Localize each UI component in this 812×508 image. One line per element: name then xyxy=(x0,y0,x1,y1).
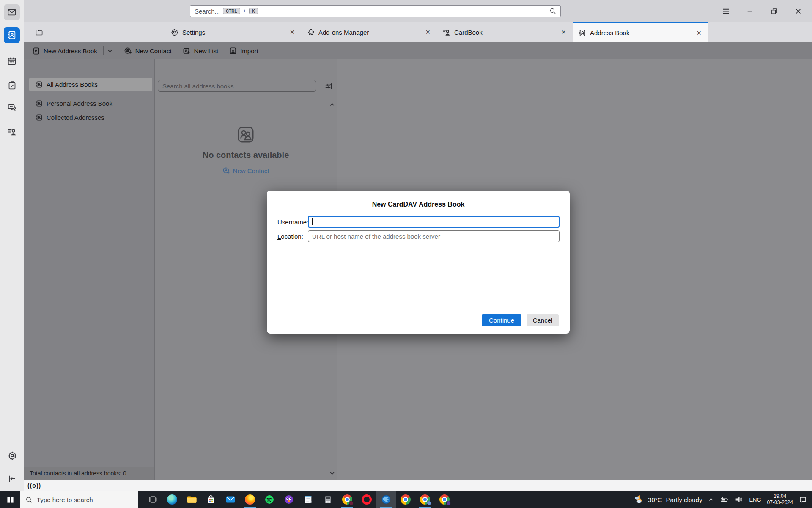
import-button[interactable]: Import xyxy=(229,47,258,55)
address-book-row-all[interactable]: All Address Books xyxy=(29,78,152,91)
tab-settings[interactable]: Settings × xyxy=(165,22,301,42)
list-add-icon xyxy=(183,47,191,55)
contacts-search-input[interactable] xyxy=(158,80,316,92)
global-search-placeholder: Search... xyxy=(195,8,220,15)
toolbar-divider xyxy=(103,46,104,55)
address-book-icon xyxy=(7,30,16,40)
thunderbird-button[interactable] xyxy=(376,491,396,508)
chrome-button[interactable] xyxy=(396,491,415,508)
edge-icon xyxy=(167,494,177,505)
minimize-button[interactable] xyxy=(743,4,756,18)
tab-address-book[interactable]: Address Book × xyxy=(573,22,708,42)
hidden-icons-chevron[interactable] xyxy=(708,497,714,503)
new-contact-button[interactable]: New Contact xyxy=(124,47,172,55)
battery-icon[interactable] xyxy=(720,495,729,504)
space-calendar-button[interactable] xyxy=(4,53,20,69)
pane-separator xyxy=(155,100,337,100)
file-explorer-button[interactable] xyxy=(182,491,201,508)
chrome-profile-1-button[interactable] xyxy=(337,491,357,508)
chrome-profile-3-button[interactable] xyxy=(435,491,454,508)
weather-desc: Partly cloudy xyxy=(666,496,702,503)
space-contacts-button[interactable] xyxy=(4,124,20,140)
tasks-icon xyxy=(8,81,16,90)
dialog-title: New CardDAV Address Book xyxy=(267,201,570,208)
space-tasks-button[interactable] xyxy=(4,77,20,93)
space-chat-button[interactable] xyxy=(4,99,20,116)
firefox-icon xyxy=(245,494,255,505)
new-address-book-icon xyxy=(32,47,40,55)
action-center-icon[interactable] xyxy=(799,496,807,504)
address-book-row-collected[interactable]: Collected Addresses xyxy=(29,111,152,124)
address-book-row-label: Collected Addresses xyxy=(47,114,104,121)
opera-button[interactable] xyxy=(357,491,376,508)
chrome-profile-2-button[interactable] xyxy=(415,491,435,508)
address-book-icon xyxy=(36,81,43,88)
space-mail-button[interactable] xyxy=(4,4,20,20)
space-address-book-button[interactable] xyxy=(4,27,20,43)
app-menu-button[interactable] xyxy=(719,4,732,18)
status-indicator-icon[interactable]: ((o)) xyxy=(27,482,41,489)
contact-list-icon xyxy=(442,28,450,36)
gear-icon xyxy=(171,28,178,36)
tab-cardbook[interactable]: CardBook × xyxy=(437,22,573,42)
empty-contacts-state: No contacts available New Contact xyxy=(155,125,337,174)
notepad-button[interactable] xyxy=(299,491,318,508)
edge-button[interactable] xyxy=(162,491,182,508)
collapse-spaces-button[interactable] xyxy=(4,471,20,487)
gear-icon xyxy=(8,451,17,460)
restore-button[interactable] xyxy=(768,4,780,18)
new-address-book-dropdown[interactable] xyxy=(107,48,113,54)
tab-label: CardBook xyxy=(454,29,556,36)
import-icon xyxy=(229,47,237,55)
new-address-book-label: New Address Book xyxy=(44,47,97,55)
mail-app-icon xyxy=(225,494,236,505)
location-input[interactable] xyxy=(308,230,560,242)
cancel-button-label: Cancel xyxy=(533,317,553,324)
continue-button[interactable]: Continue xyxy=(482,314,521,326)
new-contact-link[interactable]: New Contact xyxy=(222,167,269,174)
mail-app-button[interactable] xyxy=(221,491,240,508)
taskbar-tray: 30°C Partly cloudy ENG 19:04 07-03-2024 xyxy=(633,491,812,508)
close-window-button[interactable] xyxy=(792,4,804,18)
username-field-wrap xyxy=(308,216,560,228)
contacts-group-icon xyxy=(236,125,255,144)
scroll-up-arrow[interactable] xyxy=(329,102,335,108)
space-settings-button[interactable] xyxy=(4,447,20,464)
global-search-input[interactable]: Search... CTRL + K xyxy=(190,5,561,17)
calendar-icon xyxy=(7,56,16,66)
scroll-down-arrow[interactable] xyxy=(329,470,335,476)
display-options-button[interactable] xyxy=(324,81,334,91)
weather-widget[interactable]: 30°C Partly cloudy xyxy=(633,494,702,505)
calculator-button[interactable] xyxy=(318,491,337,508)
close-tab-icon[interactable]: × xyxy=(288,28,296,37)
firefox-button[interactable] xyxy=(240,491,260,508)
ctrl-keycap: CTRL xyxy=(223,8,240,14)
volume-icon[interactable] xyxy=(735,495,743,504)
new-address-book-button[interactable]: New Address Book xyxy=(32,47,97,55)
address-book-icon xyxy=(579,29,586,37)
tab-mail[interactable] xyxy=(30,22,165,42)
store-button[interactable] xyxy=(201,491,221,508)
close-tab-icon[interactable]: × xyxy=(695,28,703,38)
close-tab-icon[interactable]: × xyxy=(424,28,432,37)
tab-addons-manager[interactable]: Add-ons Manager × xyxy=(301,22,437,42)
spotify-button[interactable] xyxy=(260,491,279,508)
close-tab-icon[interactable]: × xyxy=(560,28,568,37)
username-input[interactable] xyxy=(308,216,560,228)
weather-temp: 30°C xyxy=(648,496,662,503)
windows-taskbar: 30°C Partly cloudy ENG 19:04 07-03-2024 xyxy=(0,491,812,508)
taskbar-search[interactable] xyxy=(20,491,138,508)
cancel-button[interactable]: Cancel xyxy=(527,314,559,326)
start-button[interactable] xyxy=(0,491,20,508)
language-indicator[interactable]: ENG xyxy=(749,497,761,503)
new-list-button[interactable]: New List xyxy=(183,47,219,55)
address-book-row-personal[interactable]: Personal Address Book xyxy=(29,97,152,110)
taskbar-time: 19:04 xyxy=(767,493,793,500)
media-app-button[interactable] xyxy=(279,491,299,508)
taskbar-date: 07-03-2024 xyxy=(767,500,793,506)
task-view-button[interactable] xyxy=(143,491,162,508)
clock-widget[interactable]: 19:04 07-03-2024 xyxy=(767,493,793,506)
total-contacts-status: Total contacts in all address books: 0 xyxy=(24,467,154,480)
taskbar-search-input[interactable] xyxy=(37,496,133,503)
tab-strip: Settings × Add-ons Manager × CardBook × xyxy=(24,22,812,42)
